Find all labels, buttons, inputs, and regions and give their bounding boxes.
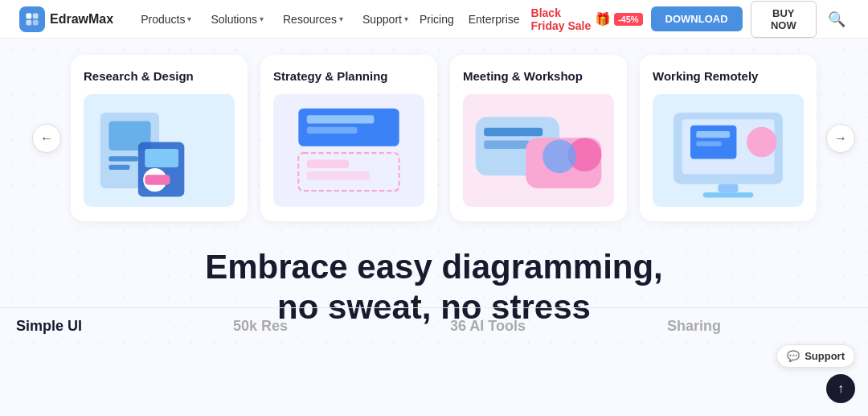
svg-rect-20 — [484, 140, 530, 148]
support-icon: 💬 — [787, 350, 800, 362]
nav-item-solutions[interactable]: Solutions ▾ — [203, 8, 272, 31]
svg-rect-0 — [27, 13, 32, 19]
svg-point-29 — [747, 127, 777, 158]
main-content: ← Research & Design — [0, 39, 868, 344]
card-illustration-research — [84, 94, 235, 207]
svg-rect-19 — [484, 128, 542, 136]
fab-area: 💬 Support ↑ — [776, 344, 855, 403]
buynow-button[interactable]: BUY NOW — [751, 1, 817, 38]
stat-label: 50k Res — [233, 318, 288, 335]
black-friday-text: Black Friday Sale — [531, 6, 592, 32]
card-working-remotely[interactable]: Working Remotely — [640, 55, 817, 221]
logo-icon — [19, 6, 45, 32]
card-title: Working Remotely — [653, 69, 758, 83]
gift-icon: 🎁 — [595, 11, 611, 27]
nav-enterprise[interactable]: Enterprise — [465, 8, 523, 31]
chevron-down-icon: ▾ — [260, 14, 264, 23]
svg-rect-3 — [33, 19, 39, 25]
card-illustration-strategy — [273, 94, 424, 207]
card-research-design[interactable]: Research & Design — [71, 55, 248, 221]
scroll-up-icon: ↑ — [837, 381, 844, 396]
scroll-top-button[interactable]: ↑ — [826, 374, 855, 403]
stat-label: Simple UI — [16, 318, 82, 335]
prev-button[interactable]: ← — [32, 124, 61, 153]
cards-wrapper: ← Research & Design — [0, 55, 868, 221]
svg-rect-13 — [307, 115, 375, 123]
svg-rect-2 — [27, 19, 32, 25]
stat-50k-res: 50k Res — [217, 308, 434, 344]
nav-right: Pricing Enterprise Black Friday Sale 🎁 -… — [416, 1, 849, 38]
next-button[interactable]: → — [826, 124, 855, 153]
nav-item-products[interactable]: Products ▾ — [133, 8, 199, 31]
card-title: Meeting & Workshop — [463, 69, 583, 83]
navigation: EdrawMax Products ▾ Solutions ▾ Resource… — [0, 0, 868, 39]
card-illustration-remote — [653, 94, 804, 207]
nav-pricing[interactable]: Pricing — [416, 8, 457, 31]
card-strategy-planning[interactable]: Strategy & Planning — [260, 55, 437, 221]
stat-ai-tools: 36 AI Tools — [434, 308, 651, 344]
stat-label: 36 AI Tools — [450, 318, 526, 335]
svg-point-23 — [542, 139, 576, 173]
black-friday-badge[interactable]: Black Friday Sale 🎁 -45% — [531, 6, 643, 32]
card-illustration-meeting — [463, 94, 614, 207]
stat-sharing: Sharing — [651, 308, 868, 344]
cards-row: Research & Design — [61, 55, 826, 221]
svg-rect-30 — [718, 184, 738, 192]
svg-rect-14 — [307, 127, 358, 134]
nav-item-support[interactable]: Support ▾ — [354, 8, 416, 31]
logo[interactable]: EdrawMax — [19, 6, 113, 32]
support-label: Support — [805, 350, 845, 362]
stat-simple-ui: Simple UI — [0, 308, 217, 344]
card-title: Research & Design — [84, 69, 194, 83]
stat-label: Sharing — [667, 318, 721, 335]
svg-rect-7 — [108, 165, 129, 170]
nav-items: Products ▾ Solutions ▾ Resources ▾ Suppo… — [133, 8, 416, 31]
support-button[interactable]: 💬 Support — [776, 344, 855, 368]
nav-item-resources[interactable]: Resources ▾ — [275, 8, 351, 31]
logo-text: EdrawMax — [50, 12, 113, 27]
svg-rect-17 — [307, 171, 370, 179]
download-button[interactable]: DOWNLOAD — [651, 6, 743, 31]
svg-rect-9 — [145, 149, 178, 167]
svg-rect-11 — [145, 175, 170, 185]
search-icon[interactable]: 🔍 — [825, 7, 849, 31]
card-meeting-workshop[interactable]: Meeting & Workshop — [450, 55, 627, 221]
svg-rect-1 — [33, 13, 39, 19]
stats-row: Simple UI 50k Res 36 AI Tools Sharing — [0, 307, 868, 344]
chevron-down-icon: ▾ — [404, 14, 408, 23]
svg-rect-28 — [696, 142, 721, 146]
svg-rect-16 — [307, 159, 349, 167]
svg-rect-31 — [703, 192, 754, 197]
chevron-down-icon: ▾ — [339, 14, 343, 23]
svg-rect-27 — [696, 131, 730, 138]
chevron-down-icon: ▾ — [187, 14, 191, 23]
card-title: Strategy & Planning — [273, 69, 388, 83]
svg-rect-6 — [108, 156, 138, 161]
discount-badge: -45% — [614, 13, 643, 26]
